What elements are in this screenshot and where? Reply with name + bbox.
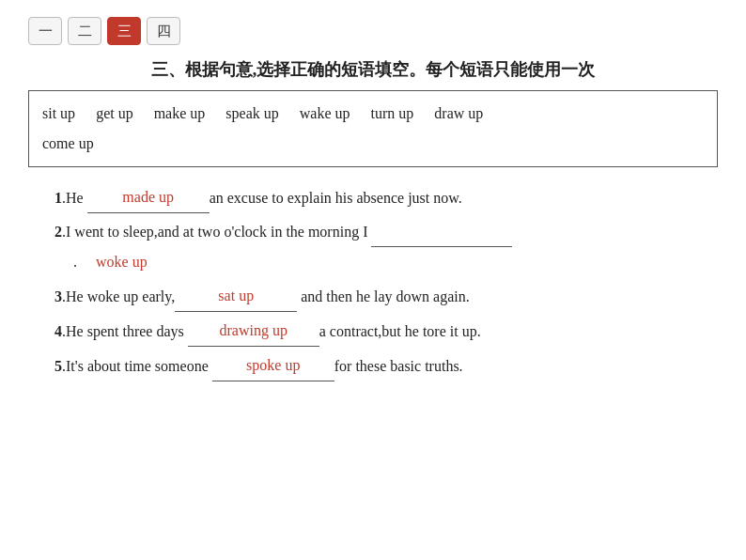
question-5: 5.It's about time someone spoke upfor th… xyxy=(28,350,718,381)
section-title: 三、根据句意,选择正确的短语填空。每个短语只能使用一次 xyxy=(28,58,718,81)
q5-before: .It's about time someone xyxy=(62,358,212,374)
q5-after: for these basic truths. xyxy=(334,358,463,374)
q1-num: 1 xyxy=(54,190,62,206)
tab-4[interactable]: 四 xyxy=(147,17,180,45)
q3-blank: sat up xyxy=(175,281,297,312)
tab-3[interactable]: 三 xyxy=(107,17,141,45)
q4-num: 4 xyxy=(54,323,62,339)
q4-blank: drawing up xyxy=(188,316,319,347)
word-1: sit up xyxy=(42,105,75,121)
q1-blank: made up xyxy=(87,182,210,213)
q2-blank xyxy=(371,246,512,247)
questions: 1.He made upan excuse to explain his abs… xyxy=(28,182,718,381)
q5-num: 5 xyxy=(54,358,62,374)
tab-1[interactable]: 一 xyxy=(28,17,62,45)
question-4: 4.He spent three days drawing upa contra… xyxy=(28,316,718,347)
page: 一 二 三 四 三、根据句意,选择正确的短语填空。每个短语只能使用一次 sit … xyxy=(0,0,746,560)
q5-blank: spoke up xyxy=(212,350,334,381)
word-6: turn up xyxy=(371,105,414,121)
q1-answer: made up xyxy=(122,189,174,205)
q4-answer: drawing up xyxy=(220,322,288,338)
q3-answer: sat up xyxy=(218,288,254,303)
word-5: wake up xyxy=(300,105,350,121)
q1-after: an excuse to explain his absence just no… xyxy=(210,190,462,206)
word-2: get up xyxy=(96,105,133,121)
question-2: 2.I went to sleep,and at two o'clock in … xyxy=(28,217,718,277)
q5-answer: spoke up xyxy=(246,357,300,373)
q2-num: 2 xyxy=(54,224,62,240)
q3-num: 3 xyxy=(54,288,62,304)
q3-after: and then he lay down again. xyxy=(297,288,470,304)
word-3: make up xyxy=(154,105,206,121)
word-box: sit up get up make up speak up wake up t… xyxy=(28,90,718,167)
word-7: draw up xyxy=(434,105,483,121)
q1-before: .He xyxy=(62,190,87,206)
q2-before: .I went to sleep,and at two o'clock in t… xyxy=(62,224,371,240)
q4-before: .He spent three days xyxy=(62,323,188,339)
q3-before: .He woke up early, xyxy=(62,288,175,304)
tab-2[interactable]: 二 xyxy=(68,17,101,45)
tab-row: 一 二 三 四 xyxy=(28,17,718,45)
word-8: come up xyxy=(42,135,94,151)
q4-after: a contract,but he tore it up. xyxy=(319,323,481,339)
question-1: 1.He made upan excuse to explain his abs… xyxy=(28,182,718,213)
q2-answer: woke up xyxy=(96,254,148,270)
word-4: speak up xyxy=(225,105,278,121)
question-3: 3.He woke up early,sat up and then he la… xyxy=(28,281,718,312)
